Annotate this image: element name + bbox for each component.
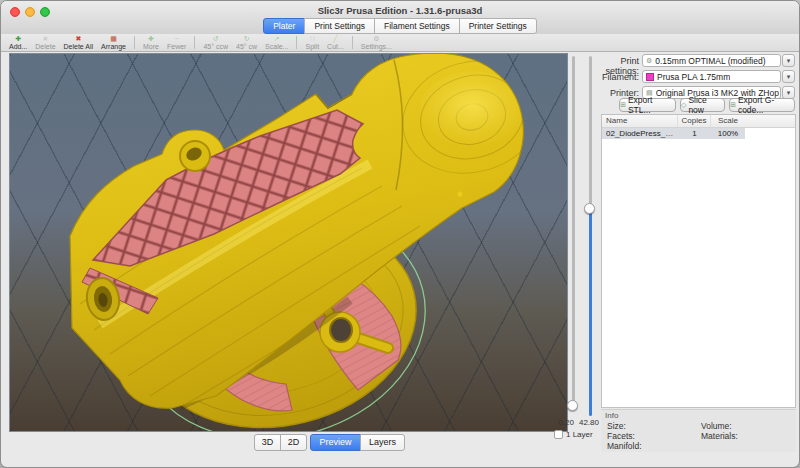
export-stl-button[interactable]: ⊞ Export STL... bbox=[619, 98, 676, 112]
info-volume-label: Volume: bbox=[701, 421, 732, 431]
delete-all-button[interactable]: ✖ Delete All bbox=[60, 34, 98, 51]
gear-icon: ⚙ bbox=[646, 57, 652, 65]
layer-slider-values: 0.20 42.80 bbox=[549, 418, 599, 427]
preview-mode-group: Preview Layers bbox=[310, 434, 405, 451]
app-window: Slic3r Prusa Edition - 1.31.6-prusa3d Pl… bbox=[0, 0, 800, 468]
filament-dropdown-button[interactable]: ▾ bbox=[782, 70, 795, 83]
more-copies-icon: ✚ bbox=[148, 35, 154, 43]
plater-toolbar: ✚ Add... ✕ Delete ✖ Delete All ▦ Arrange… bbox=[1, 34, 799, 52]
object-settings-button[interactable]: ⚙ Settings... bbox=[357, 34, 396, 51]
gcode-preview-canvas[interactable] bbox=[10, 54, 567, 431]
tab-filament-settings[interactable]: Filament Settings bbox=[374, 18, 460, 34]
add-object-icon: ✚ bbox=[15, 35, 21, 43]
object-table-row[interactable]: 02_DiodePress_Vise_ViceB... 1 100% bbox=[602, 128, 745, 139]
slice-now-icon: ◇ bbox=[681, 101, 686, 109]
info-size-label: Size: bbox=[607, 421, 626, 431]
more-copies-button[interactable]: ✚ More bbox=[139, 34, 163, 51]
delete-all-icon: ✖ bbox=[75, 35, 81, 43]
rotate-cw-button[interactable]: ↻ 45° cw bbox=[232, 34, 261, 51]
layer-slider-upper-track[interactable] bbox=[589, 56, 592, 208]
scale-icon: ↗ bbox=[274, 35, 280, 43]
view-3d-button[interactable]: 3D bbox=[254, 434, 281, 451]
layer-slider-max-value: 42.80 bbox=[579, 418, 599, 427]
filament-label: Filament: bbox=[599, 72, 639, 82]
layer-slider-lower-track[interactable] bbox=[572, 56, 575, 408]
object-table-header: Name Copies Scale bbox=[602, 115, 795, 128]
tab-print-settings[interactable]: Print Settings bbox=[304, 18, 375, 34]
view-layers-button[interactable]: Layers bbox=[360, 434, 405, 451]
toolbar-separator bbox=[134, 36, 135, 49]
info-manifold-label: Manifold: bbox=[607, 441, 642, 451]
layer-slider-upper-knob[interactable] bbox=[584, 203, 595, 214]
main-tabs: Plater Print Settings Filament Settings … bbox=[1, 18, 799, 34]
arrange-button[interactable]: ▦ Arrange bbox=[97, 34, 130, 51]
toolbar-separator bbox=[296, 36, 297, 49]
toolbar-separator bbox=[352, 36, 353, 49]
tab-printer-settings[interactable]: Printer Settings bbox=[459, 18, 537, 34]
object-settings-icon: ⚙ bbox=[373, 35, 379, 43]
info-box: Info Size: Facets: Manifold: Volume: Mat… bbox=[601, 409, 796, 452]
filament-color-swatch-icon bbox=[646, 73, 654, 81]
export-gcode-button[interactable]: ⊞ Export G-code... bbox=[729, 98, 795, 112]
slice-now-button[interactable]: ◇ Slice now bbox=[680, 98, 725, 112]
info-materials-label: Materials: bbox=[701, 431, 738, 441]
split-button[interactable]: ∷ Split bbox=[301, 34, 323, 51]
object-list-table: Name Copies Scale 02_DiodePress_Vise_Vic… bbox=[601, 114, 796, 408]
tab-plater[interactable]: Plater bbox=[263, 18, 305, 34]
add-button[interactable]: ✚ Add... bbox=[5, 34, 31, 51]
fewer-copies-button[interactable]: − Fewer bbox=[163, 34, 190, 51]
print-settings-dropdown-button[interactable]: ▾ bbox=[782, 54, 795, 67]
export-gcode-icon: ⊞ bbox=[730, 101, 736, 109]
title-bar: Slic3r Prusa Edition - 1.31.6-prusa3d Pl… bbox=[1, 1, 799, 35]
print-settings-combo[interactable]: ⚙ 0.15mm OPTIMAL (modified) bbox=[642, 54, 781, 67]
cut-icon: ╱ bbox=[333, 35, 337, 43]
model-object[interactable] bbox=[70, 54, 554, 431]
filament-combo[interactable]: Prusa PLA 1.75mm bbox=[642, 70, 781, 83]
delete-object-icon: ✕ bbox=[42, 35, 48, 43]
layer-slider-upper-track-filled[interactable] bbox=[589, 208, 592, 416]
view-preview-button[interactable]: Preview bbox=[310, 434, 361, 451]
layer-slider-min-value: 0.20 bbox=[558, 418, 574, 427]
delete-button[interactable]: ✕ Delete bbox=[31, 34, 59, 51]
rotate-ccw-icon: ↺ bbox=[213, 35, 219, 43]
layer-slider-lower-knob[interactable] bbox=[567, 400, 578, 411]
cut-button[interactable]: ╱ Cut... bbox=[323, 34, 348, 51]
view-2d-button[interactable]: 2D bbox=[280, 434, 307, 451]
fewer-copies-icon: − bbox=[175, 35, 179, 43]
rotate-cw-icon: ↻ bbox=[244, 35, 250, 43]
split-icon: ∷ bbox=[310, 35, 314, 43]
rotate-ccw-button[interactable]: ↺ 45° ccw bbox=[199, 34, 232, 51]
scale-button[interactable]: ↗ Scale... bbox=[261, 34, 292, 51]
arrange-icon: ▦ bbox=[110, 35, 117, 43]
view-mode-group: 3D 2D bbox=[254, 434, 307, 451]
window-title: Slic3r Prusa Edition - 1.31.6-prusa3d bbox=[1, 5, 799, 16]
one-layer-label: 1 Layer bbox=[566, 430, 593, 439]
toolbar-separator bbox=[194, 36, 195, 49]
info-box-title: Info bbox=[605, 411, 618, 420]
one-layer-checkbox[interactable] bbox=[554, 430, 563, 439]
info-facets-label: Facets: bbox=[607, 431, 635, 441]
export-stl-icon: ⊞ bbox=[620, 101, 626, 109]
3d-viewport[interactable] bbox=[9, 53, 568, 432]
